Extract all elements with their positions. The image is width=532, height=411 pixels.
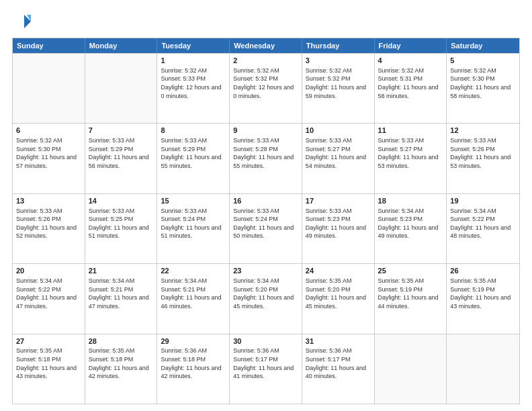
cell-info: Sunrise: 5:33 AM Sunset: 5:25 PM Dayligh… (89, 207, 154, 240)
cell-info: Sunrise: 5:34 AM Sunset: 5:21 PM Dayligh… (89, 277, 154, 310)
calendar-cell-30: 30Sunrise: 5:36 AM Sunset: 5:17 PM Dayli… (230, 334, 302, 404)
cell-info: Sunrise: 5:36 AM Sunset: 5:17 PM Dayligh… (306, 347, 371, 380)
cell-info: Sunrise: 5:33 AM Sunset: 5:24 PM Dayligh… (233, 207, 298, 240)
day-number: 15 (161, 196, 226, 206)
calendar-row-3: 20Sunrise: 5:34 AM Sunset: 5:22 PM Dayli… (13, 263, 519, 333)
day-number: 2 (233, 56, 298, 66)
day-number: 29 (161, 336, 226, 347)
calendar-cell-17: 17Sunrise: 5:33 AM Sunset: 5:23 PM Dayli… (302, 194, 375, 263)
logo (12, 12, 34, 31)
calendar-cell-26: 26Sunrise: 5:35 AM Sunset: 5:19 PM Dayli… (447, 264, 519, 333)
cell-info: Sunrise: 5:33 AM Sunset: 5:29 PM Dayligh… (89, 136, 154, 170)
weekday-header-friday: Friday (375, 38, 447, 53)
day-number: 17 (306, 196, 371, 206)
calendar-cell-20: 20Sunrise: 5:34 AM Sunset: 5:22 PM Dayli… (13, 264, 85, 333)
cell-info: Sunrise: 5:32 AM Sunset: 5:33 PM Dayligh… (161, 66, 226, 100)
day-number: 28 (89, 336, 154, 347)
calendar-row-2: 13Sunrise: 5:33 AM Sunset: 5:26 PM Dayli… (13, 193, 519, 263)
calendar-cell-24: 24Sunrise: 5:35 AM Sunset: 5:20 PM Dayli… (302, 264, 375, 333)
calendar-body: 1Sunrise: 5:32 AM Sunset: 5:33 PM Daylig… (13, 53, 519, 404)
weekday-header-thursday: Thursday (302, 38, 375, 53)
day-number: 24 (306, 266, 371, 276)
cell-info: Sunrise: 5:35 AM Sunset: 5:18 PM Dayligh… (89, 347, 154, 380)
calendar-row-4: 27Sunrise: 5:35 AM Sunset: 5:18 PM Dayli… (13, 334, 519, 404)
calendar-cell-empty-0-0 (13, 54, 85, 123)
day-number: 27 (16, 336, 81, 347)
calendar-cell-6: 6Sunrise: 5:32 AM Sunset: 5:30 PM Daylig… (13, 124, 85, 193)
calendar-cell-21: 21Sunrise: 5:34 AM Sunset: 5:21 PM Dayli… (85, 264, 158, 333)
day-number: 11 (378, 126, 443, 136)
calendar-cell-7: 7Sunrise: 5:33 AM Sunset: 5:29 PM Daylig… (85, 124, 158, 193)
day-number: 31 (306, 336, 371, 347)
weekday-header-saturday: Saturday (447, 38, 519, 53)
day-number: 20 (16, 266, 81, 276)
cell-info: Sunrise: 5:34 AM Sunset: 5:23 PM Dayligh… (378, 207, 443, 240)
day-number: 8 (161, 126, 226, 136)
calendar-cell-18: 18Sunrise: 5:34 AM Sunset: 5:23 PM Dayli… (375, 194, 447, 263)
calendar-cell-15: 15Sunrise: 5:33 AM Sunset: 5:24 PM Dayli… (157, 194, 230, 263)
logo-icon (12, 12, 31, 31)
calendar: SundayMondayTuesdayWednesdayThursdayFrid… (12, 38, 520, 404)
calendar-row-0: 1Sunrise: 5:32 AM Sunset: 5:33 PM Daylig… (13, 53, 519, 123)
calendar-cell-4: 4Sunrise: 5:32 AM Sunset: 5:31 PM Daylig… (375, 54, 447, 123)
weekday-header-sunday: Sunday (13, 38, 85, 53)
day-number: 7 (89, 126, 154, 136)
day-number: 25 (378, 266, 443, 276)
calendar-cell-9: 9Sunrise: 5:33 AM Sunset: 5:28 PM Daylig… (230, 124, 302, 193)
day-number: 18 (378, 196, 443, 206)
cell-info: Sunrise: 5:34 AM Sunset: 5:22 PM Dayligh… (16, 277, 81, 310)
weekday-header-tuesday: Tuesday (157, 38, 230, 53)
day-number: 5 (450, 56, 516, 66)
day-number: 22 (161, 266, 226, 276)
calendar-cell-31: 31Sunrise: 5:36 AM Sunset: 5:17 PM Dayli… (302, 334, 375, 404)
cell-info: Sunrise: 5:32 AM Sunset: 5:31 PM Dayligh… (378, 66, 443, 100)
calendar-cell-11: 11Sunrise: 5:33 AM Sunset: 5:27 PM Dayli… (375, 124, 447, 193)
day-number: 19 (450, 196, 516, 206)
cell-info: Sunrise: 5:33 AM Sunset: 5:23 PM Dayligh… (306, 207, 371, 240)
cell-info: Sunrise: 5:33 AM Sunset: 5:29 PM Dayligh… (161, 136, 226, 170)
day-number: 6 (16, 126, 81, 136)
header (12, 12, 520, 31)
cell-info: Sunrise: 5:33 AM Sunset: 5:24 PM Dayligh… (161, 207, 226, 240)
cell-info: Sunrise: 5:33 AM Sunset: 5:28 PM Dayligh… (233, 136, 298, 170)
day-number: 4 (378, 56, 443, 66)
calendar-cell-23: 23Sunrise: 5:34 AM Sunset: 5:20 PM Dayli… (230, 264, 302, 333)
calendar-cell-2: 2Sunrise: 5:32 AM Sunset: 5:32 PM Daylig… (230, 54, 302, 123)
calendar-cell-25: 25Sunrise: 5:35 AM Sunset: 5:19 PM Dayli… (375, 264, 447, 333)
cell-info: Sunrise: 5:33 AM Sunset: 5:26 PM Dayligh… (16, 207, 81, 240)
day-number: 26 (450, 266, 516, 276)
calendar-cell-28: 28Sunrise: 5:35 AM Sunset: 5:18 PM Dayli… (85, 334, 158, 404)
cell-info: Sunrise: 5:34 AM Sunset: 5:20 PM Dayligh… (233, 277, 298, 310)
calendar-cell-8: 8Sunrise: 5:33 AM Sunset: 5:29 PM Daylig… (157, 124, 230, 193)
calendar-cell-19: 19Sunrise: 5:34 AM Sunset: 5:22 PM Dayli… (447, 194, 519, 263)
cell-info: Sunrise: 5:33 AM Sunset: 5:27 PM Dayligh… (306, 136, 371, 170)
day-number: 21 (89, 266, 154, 276)
day-number: 9 (233, 126, 298, 136)
calendar-cell-27: 27Sunrise: 5:35 AM Sunset: 5:18 PM Dayli… (13, 334, 85, 404)
day-number: 16 (233, 196, 298, 206)
day-number: 30 (233, 336, 298, 347)
cell-info: Sunrise: 5:32 AM Sunset: 5:32 PM Dayligh… (233, 66, 298, 100)
calendar-cell-5: 5Sunrise: 5:32 AM Sunset: 5:30 PM Daylig… (447, 54, 519, 123)
cell-info: Sunrise: 5:32 AM Sunset: 5:32 PM Dayligh… (306, 66, 371, 100)
calendar-cell-1: 1Sunrise: 5:32 AM Sunset: 5:33 PM Daylig… (157, 54, 230, 123)
calendar-cell-empty-0-1 (85, 54, 158, 123)
day-number: 14 (89, 196, 154, 206)
cell-info: Sunrise: 5:34 AM Sunset: 5:22 PM Dayligh… (450, 207, 516, 240)
calendar-cell-22: 22Sunrise: 5:34 AM Sunset: 5:21 PM Dayli… (157, 264, 230, 333)
cell-info: Sunrise: 5:34 AM Sunset: 5:21 PM Dayligh… (161, 277, 226, 310)
cell-info: Sunrise: 5:36 AM Sunset: 5:18 PM Dayligh… (161, 347, 226, 380)
calendar-cell-10: 10Sunrise: 5:33 AM Sunset: 5:27 PM Dayli… (302, 124, 375, 193)
day-number: 13 (16, 196, 81, 206)
calendar-cell-3: 3Sunrise: 5:32 AM Sunset: 5:32 PM Daylig… (302, 54, 375, 123)
day-number: 1 (161, 56, 226, 66)
day-number: 23 (233, 266, 298, 276)
calendar-cell-16: 16Sunrise: 5:33 AM Sunset: 5:24 PM Dayli… (230, 194, 302, 263)
cell-info: Sunrise: 5:35 AM Sunset: 5:18 PM Dayligh… (16, 347, 81, 380)
weekday-header-monday: Monday (85, 38, 158, 53)
calendar-header: SundayMondayTuesdayWednesdayThursdayFrid… (13, 38, 519, 53)
calendar-cell-29: 29Sunrise: 5:36 AM Sunset: 5:18 PM Dayli… (157, 334, 230, 404)
day-number: 10 (306, 126, 371, 136)
calendar-cell-14: 14Sunrise: 5:33 AM Sunset: 5:25 PM Dayli… (85, 194, 158, 263)
cell-info: Sunrise: 5:33 AM Sunset: 5:26 PM Dayligh… (450, 136, 516, 170)
